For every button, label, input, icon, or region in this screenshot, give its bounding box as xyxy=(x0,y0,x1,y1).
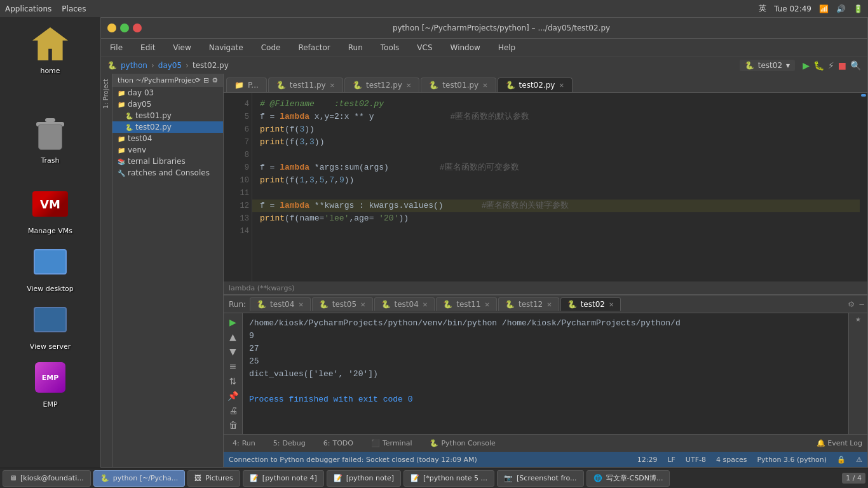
run-tab-test12[interactable]: 🐍 test12 ✕ xyxy=(498,297,559,311)
run-tab-test05[interactable]: 🐍 test05 ✕ xyxy=(312,297,373,311)
maximize-button[interactable] xyxy=(120,24,129,32)
dock-item-vserver[interactable]: View server xyxy=(12,299,88,351)
project-root-label: thon ~/PycharmProjects xyxy=(118,76,195,85)
tree-item-libraries[interactable]: 📚 ternal Libraries xyxy=(112,156,223,167)
run-tab-close[interactable]: ✕ xyxy=(485,301,490,308)
gutter-error-mark xyxy=(861,94,866,97)
run-tab-close[interactable]: ✕ xyxy=(423,301,428,308)
dock-item-home[interactable]: home xyxy=(12,24,88,75)
taskbar-note5[interactable]: 📝 [*python note 5 ... xyxy=(403,470,494,487)
scroll-down-btn[interactable]: ▼ xyxy=(226,346,240,358)
tab-run[interactable]: 4: Run xyxy=(229,438,259,449)
run-tab-close[interactable]: ✕ xyxy=(298,301,303,308)
debug-button[interactable]: 🐛 xyxy=(813,60,824,71)
code-lines[interactable]: # @Filename :test02.py f = lambda x,y=2:… xyxy=(252,93,860,281)
stop-button[interactable]: ■ xyxy=(838,60,846,71)
run-tab-test04-2[interactable]: 🐍 test04 ✕ xyxy=(374,297,435,311)
taskbar-terminal[interactable]: 🖥 [kiosk@foundati... xyxy=(3,470,91,487)
tree-item-day03[interactable]: 📁 day 03 xyxy=(112,87,223,98)
tab-debug[interactable]: 5: Debug xyxy=(269,438,309,449)
run-button[interactable]: ▶ xyxy=(803,60,810,71)
output-line-4: 25 xyxy=(249,355,842,368)
terminal-icon: ⬛ xyxy=(371,439,380,447)
menu-code[interactable]: Code xyxy=(257,42,285,53)
tab-terminal[interactable]: ⬛ Terminal xyxy=(367,438,416,449)
project-side-tab[interactable]: 1: Project xyxy=(101,74,112,114)
tab-todo[interactable]: 6: TODO xyxy=(320,438,357,449)
dock-item-trash[interactable]: Trash xyxy=(12,113,88,165)
taskbar-note4[interactable]: 📝 [python note 4] xyxy=(243,470,324,487)
tab-close-icon[interactable]: ✕ xyxy=(482,82,487,89)
run-config-name[interactable]: test02 xyxy=(758,61,782,70)
run-tab-close[interactable]: ✕ xyxy=(546,301,552,308)
tab-close-icon[interactable]: ✕ xyxy=(406,82,411,89)
breadcrumb-bar: 🐍 python › day05 › test02.py 🐍 test02 ▾ … xyxy=(101,56,867,74)
run-tab-close[interactable]: ✕ xyxy=(609,301,614,308)
menu-edit[interactable]: Edit xyxy=(137,42,159,53)
taskbar-pycharm[interactable]: 🐍 python [~/Pycha... xyxy=(93,470,186,487)
run-settings-icon[interactable]: ⚙ xyxy=(848,300,855,309)
run-tab-test02[interactable]: 🐍 test02 ✕ xyxy=(560,297,621,311)
search-everywhere-button[interactable]: 🔍 xyxy=(850,60,861,71)
menu-window[interactable]: Window xyxy=(447,42,484,53)
breadcrumb-python[interactable]: python xyxy=(121,61,147,70)
tab-project[interactable]: 📁 P... xyxy=(226,78,267,92)
menu-tools[interactable]: Tools xyxy=(377,42,403,53)
tree-item-test02[interactable]: 🐍 test02.py xyxy=(112,121,223,133)
tab-test01[interactable]: 🐍 test01.py ✕ xyxy=(421,78,496,92)
tree-item-test04[interactable]: 📁 test04 xyxy=(112,133,223,144)
tab-test11[interactable]: 🐍 test11.py ✕ xyxy=(268,78,343,92)
project-action-1[interactable]: ⟳ xyxy=(195,76,201,85)
menu-file[interactable]: File xyxy=(106,42,126,53)
run-tab-test04-1[interactable]: 🐍 test04 ✕ xyxy=(250,297,311,311)
menu-help[interactable]: Help xyxy=(494,42,519,53)
run-minimize-icon[interactable]: − xyxy=(858,300,865,309)
menu-run[interactable]: Run xyxy=(344,42,367,53)
menu-vcs[interactable]: VCS xyxy=(413,42,436,53)
applications-menu[interactable]: Applications xyxy=(5,4,51,13)
tab-test12[interactable]: 🐍 test12.py ✕ xyxy=(344,78,419,92)
taskbar-pictures[interactable]: 🖼 Pictures xyxy=(187,470,240,487)
menu-view[interactable]: View xyxy=(169,42,194,53)
run-tab-test11[interactable]: 🐍 test11 ✕ xyxy=(436,297,497,311)
print-btn[interactable]: 🖨 xyxy=(226,405,240,417)
taskbar-csdn[interactable]: 🌐 写文章-CSDN博... xyxy=(587,470,670,487)
menu-navigate[interactable]: Navigate xyxy=(205,42,247,53)
tab-test02[interactable]: 🐍 test02.py ✕ xyxy=(498,78,573,92)
tree-item-test01[interactable]: 🐍 test01.py xyxy=(112,110,223,121)
dock-item-emp[interactable]: EMP EMP xyxy=(12,357,88,409)
tab-label: test01.py xyxy=(442,81,478,90)
align-left-btn[interactable]: ≡ xyxy=(226,360,240,372)
tab-close-icon[interactable]: ✕ xyxy=(330,82,335,89)
breadcrumb-file[interactable]: test02.py xyxy=(193,61,229,70)
tree-item-venv[interactable]: 📁 venv xyxy=(112,144,223,156)
code-line-14 xyxy=(260,225,852,238)
run-config-chevron[interactable]: ▾ xyxy=(786,61,790,70)
project-action-2[interactable]: ⊟ xyxy=(203,76,209,85)
tree-item-scratches[interactable]: 🔧 ratches and Consoles xyxy=(112,167,223,179)
places-menu[interactable]: Places xyxy=(62,4,86,13)
scroll-up-btn[interactable]: ▲ xyxy=(226,330,240,342)
run-label: Run: xyxy=(226,300,248,309)
run-coverage-button[interactable]: ⚡ xyxy=(828,60,834,71)
run-tab-close[interactable]: ✕ xyxy=(360,301,365,308)
tab-python-console[interactable]: 🐍 Python Console xyxy=(426,438,499,449)
delete-btn[interactable]: 🗑 xyxy=(226,419,240,431)
tab-close-icon[interactable]: ✕ xyxy=(559,82,564,89)
dock-item-vdesktop[interactable]: View desktop xyxy=(12,241,88,293)
sort-btn[interactable]: ⇅ xyxy=(226,375,240,387)
pin-btn[interactable]: 📌 xyxy=(226,390,240,402)
tree-item-day05[interactable]: 📁 day05 xyxy=(112,98,223,110)
breadcrumb-day05[interactable]: day05 xyxy=(158,61,182,70)
run-output[interactable]: /home/kiosk/PycharmProjects/python/venv/… xyxy=(243,313,848,434)
menu-refactor[interactable]: Refactor xyxy=(294,42,334,53)
close-button[interactable] xyxy=(133,24,142,32)
minimize-button[interactable] xyxy=(107,24,116,32)
dock-item-vms[interactable]: VM Manage VMs xyxy=(12,184,88,235)
taskbar-note[interactable]: 📝 [python note] xyxy=(327,470,401,487)
taskbar-screenshot[interactable]: 📷 [Screenshot fro... xyxy=(497,470,584,487)
project-settings[interactable]: ⚙ xyxy=(212,76,218,85)
event-log-tab[interactable]: 🔔 Event Log xyxy=(817,439,862,447)
run-tab-label: test05 xyxy=(332,300,356,309)
rerun-button[interactable]: ▶ xyxy=(226,316,240,328)
